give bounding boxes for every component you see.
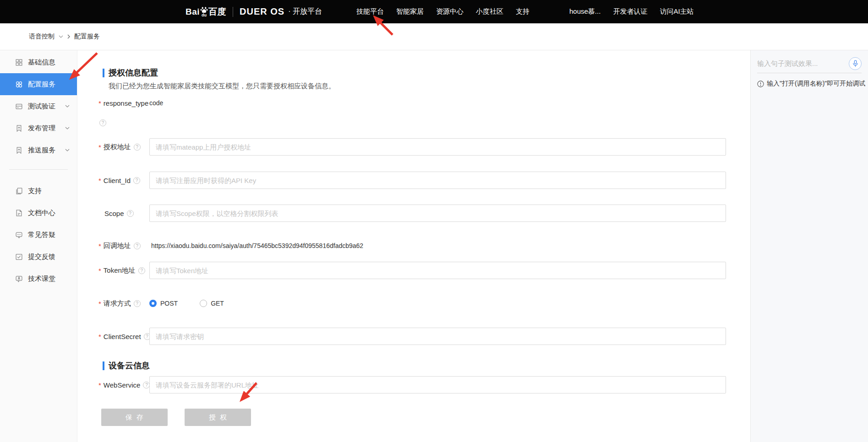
help-icon[interactable]: ? xyxy=(99,119,106,126)
radio-post-label[interactable]: POST xyxy=(160,300,178,307)
navbar-right: house慕... 开发者认证 访问AI主站 xyxy=(569,0,694,23)
logo-du-text: du xyxy=(202,13,207,17)
field-request-method: * 请求方式 ? POST GET xyxy=(98,295,242,312)
section-title-device-cloud: 设备云信息 xyxy=(103,360,150,371)
client-secret-input[interactable] xyxy=(149,328,726,345)
logo-cn-text: 百度 xyxy=(208,6,226,18)
nav-item-skill-platform[interactable]: 技能平台 xyxy=(356,7,384,16)
copy-icon xyxy=(15,187,23,195)
sidebar-item-support[interactable]: 支持 xyxy=(0,180,77,202)
response-type-value: code xyxy=(149,99,163,107)
section-description: 我们已经为您生成智能家居类技能交互模型，您只需要授权相应设备信息。 xyxy=(109,82,335,91)
field-client-secret: * ClientSecret ? xyxy=(98,328,726,345)
required-asterisk: * xyxy=(98,177,101,184)
sidebar-item-label: 文档中心 xyxy=(28,209,55,217)
save-button[interactable]: 保存 xyxy=(101,409,168,426)
nav-item-resource-center[interactable]: 资源中心 xyxy=(436,7,464,16)
field-label: 回调地址 xyxy=(104,242,131,250)
nav-item-developer-cert[interactable]: 开发者认证 xyxy=(613,7,647,16)
field-callback-url: * 回调地址 ? https://xiaodu.baidu.com/saiya/… xyxy=(98,237,363,254)
sidebar-item-label: 基础信息 xyxy=(28,58,55,67)
sidebar-item-tech-class[interactable]: 技术课堂 xyxy=(0,268,77,290)
field-label: 请求方式 xyxy=(104,299,131,308)
sidebar-item-label: 发布管理 xyxy=(28,124,55,133)
sidebar-item-label: 常见答疑 xyxy=(28,231,55,239)
sidebar-item-config-service[interactable]: 配置服务 xyxy=(0,73,77,95)
client-id-input[interactable] xyxy=(149,172,726,189)
help-icon[interactable]: ? xyxy=(138,267,145,274)
field-auth-url: * 授权地址 ? xyxy=(98,138,726,156)
help-icon[interactable]: ? xyxy=(133,177,140,184)
required-asterisk: * xyxy=(98,143,101,151)
help-icon[interactable]: ? xyxy=(134,144,141,151)
sidebar-item-label: 提交反馈 xyxy=(28,253,55,261)
page: Bai du 百度 DUER OS · 开放平台 技能平台 智能家居 资源中心 … xyxy=(0,0,868,442)
scope-input[interactable] xyxy=(149,205,726,222)
token-url-input[interactable] xyxy=(149,262,726,279)
microphone-icon xyxy=(852,60,858,67)
field-label: Token地址 xyxy=(104,266,136,275)
help-icon[interactable]: ? xyxy=(127,210,134,217)
chevron-down-icon[interactable] xyxy=(59,35,63,38)
info-icon xyxy=(757,81,764,87)
request-method-radios: POST GET xyxy=(149,300,242,307)
sidebar-item-basic-info[interactable]: 基础信息 xyxy=(0,51,77,73)
radio-get-label[interactable]: GET xyxy=(211,300,224,307)
sidebar-item-push-service[interactable]: 推送服务 xyxy=(0,139,77,161)
required-asterisk: * xyxy=(98,300,101,307)
sidebar-item-publish-manage[interactable]: 发布管理 xyxy=(0,117,77,139)
classroom-bubble-icon xyxy=(15,275,23,283)
sidebar-item-feedback[interactable]: 提交反馈 xyxy=(0,246,77,268)
test-panel: 输入"打开(调用名称)"即可开始调试 xyxy=(750,50,868,442)
nav-item-visit-ai-site[interactable]: 访问AI主站 xyxy=(660,7,693,16)
nav-item-xiaodu-community[interactable]: 小度社区 xyxy=(476,7,503,16)
user-account[interactable]: house慕... xyxy=(569,7,601,16)
sidebar-item-label: 技术课堂 xyxy=(28,275,55,283)
top-navbar: Bai du 百度 DUER OS · 开放平台 技能平台 智能家居 资源中心 … xyxy=(0,0,868,23)
help-icon[interactable]: ? xyxy=(134,300,141,307)
main-content: 授权信息配置 我们已经为您生成智能家居类技能交互模型，您只需要授权相应设备信息。… xyxy=(77,50,750,442)
sidebar-item-test-verify[interactable]: 测试验证 xyxy=(0,95,77,117)
test-card-icon xyxy=(15,102,23,110)
chevron-down-icon xyxy=(65,105,70,108)
web-service-input[interactable] xyxy=(149,376,726,393)
field-label: response_type xyxy=(104,99,148,107)
test-sentence-row xyxy=(757,54,862,73)
field-label: ClientSecret xyxy=(104,333,141,340)
chevron-down-icon xyxy=(65,127,70,129)
test-tip-text: 输入"打开(调用名称)"即可开始调试 xyxy=(767,80,865,88)
field-label: Client_Id xyxy=(104,177,131,184)
help-icon[interactable]: ? xyxy=(134,243,141,249)
radio-get[interactable] xyxy=(200,300,207,307)
field-scope: Scope ? xyxy=(98,205,726,222)
baidu-dueros-logo[interactable]: Bai du 百度 DUER OS · 开放平台 xyxy=(186,0,322,23)
clover-icon xyxy=(15,81,23,88)
feedback-check-icon xyxy=(15,253,23,261)
microphone-button[interactable] xyxy=(849,57,862,70)
required-asterisk: * xyxy=(98,381,101,389)
section-title-auth: 授权信息配置 xyxy=(103,67,158,78)
test-sentence-input[interactable] xyxy=(757,59,844,67)
response-type-help-row: ? xyxy=(99,114,106,131)
authorize-button[interactable]: 授权 xyxy=(185,409,251,426)
grid-icon xyxy=(15,59,23,66)
field-label: 授权地址 xyxy=(104,143,131,151)
bookmark-plus-icon xyxy=(15,124,23,132)
sidebar: 基础信息 配置服务 测试验证 xyxy=(0,50,77,442)
dueros-brand: DUER OS xyxy=(240,6,284,17)
section-title-bar xyxy=(103,361,104,370)
auth-url-input[interactable] xyxy=(149,138,726,156)
chevron-down-icon xyxy=(65,149,70,151)
sidebar-item-faq[interactable]: 常见答疑 xyxy=(0,224,77,246)
nav-item-support[interactable]: 支持 xyxy=(516,7,530,16)
breadcrumb-parent[interactable]: 语音控制 xyxy=(29,32,55,41)
radio-post[interactable] xyxy=(149,300,157,307)
nav-item-smart-home[interactable]: 智能家居 xyxy=(396,7,424,16)
sidebar-divider xyxy=(9,169,68,170)
sidebar-item-label: 配置服务 xyxy=(28,80,55,89)
breadcrumb-current: 配置服务 xyxy=(74,32,100,41)
required-asterisk: * xyxy=(98,242,101,250)
bookmark-plus-icon xyxy=(15,146,23,154)
callback-url-value: https://xiaodu.baidu.com/saiya/auth/7546… xyxy=(151,242,363,249)
sidebar-item-doc-center[interactable]: 文档中心 xyxy=(0,202,77,224)
